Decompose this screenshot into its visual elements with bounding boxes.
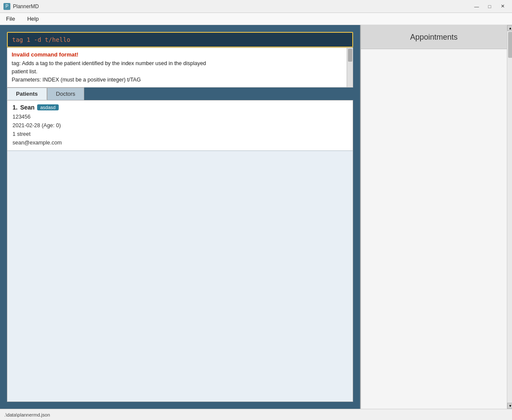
menu-bar: File Help	[0, 13, 512, 25]
title-bar: P PlannerMD — □ ✕	[0, 0, 512, 13]
right-scrollbar[interactable]: ▲ ▼	[507, 25, 512, 409]
appointments-main: Appointments	[361, 25, 507, 409]
patient-address: 1 street	[13, 130, 348, 138]
result-line-0: tag: Adds a tag to the patient identifie…	[12, 60, 206, 66]
right-panel: Appointments ▲ ▼	[360, 25, 512, 409]
title-bar-controls: — □ ✕	[471, 2, 509, 11]
table-row: 1. Sean asdasd 123456 2021-02-28 (Age: 0…	[7, 100, 353, 151]
title-bar-left: P PlannerMD	[3, 3, 39, 10]
result-box: Invalid command format! tag: Adds a tag …	[7, 47, 353, 88]
patient-tag: asdasd	[37, 104, 58, 110]
right-panel-inner: Appointments ▲ ▼	[361, 25, 512, 409]
result-error: Invalid command format!	[12, 51, 348, 58]
scrollbar-down-arrow[interactable]: ▼	[507, 403, 512, 409]
menu-help[interactable]: Help	[25, 15, 41, 23]
tab-bar: Patients Doctors	[7, 88, 353, 100]
tabs-and-list: Patients Doctors 1. Sean asdasd 123456 2…	[7, 88, 353, 402]
app-icon: P	[3, 3, 10, 10]
list-panel: 1. Sean asdasd 123456 2021-02-28 (Age: 0…	[7, 100, 353, 402]
result-line-1: patient list.	[12, 69, 38, 75]
scrollbar-up-arrow[interactable]: ▲	[507, 25, 512, 31]
scrollbar-thumb	[508, 32, 512, 58]
result-scroll-thumb	[348, 49, 352, 62]
status-path: .\data\plannermd.json	[4, 412, 50, 417]
appointments-header: Appointments	[361, 25, 507, 49]
patient-index: 1.	[13, 104, 18, 111]
tab-doctors[interactable]: Doctors	[47, 88, 85, 100]
menu-file[interactable]: File	[3, 15, 18, 23]
left-panel: Invalid command format! tag: Adds a tag …	[0, 25, 360, 409]
maximize-button[interactable]: □	[484, 2, 496, 11]
result-body: tag: Adds a tag to the patient identifie…	[12, 60, 348, 84]
close-button[interactable]: ✕	[496, 2, 509, 11]
app-body: Invalid command format! tag: Adds a tag …	[0, 25, 512, 409]
command-input-wrap	[7, 32, 353, 47]
scrollbar-track	[507, 31, 512, 403]
title-bar-title: PlannerMD	[13, 3, 39, 9]
patient-name: Sean	[20, 104, 35, 111]
result-line-2: Parameters: INDEX (must be a positive in…	[12, 77, 141, 83]
patient-dob: 2021-02-28 (Age: 0)	[13, 121, 348, 130]
tab-patients[interactable]: Patients	[7, 88, 47, 100]
result-scrollbar[interactable]	[347, 48, 353, 87]
patient-phone: 123456	[13, 113, 348, 121]
patient-name-row: 1. Sean asdasd	[13, 104, 348, 111]
status-bar: .\data\plannermd.json	[0, 409, 512, 420]
command-input[interactable]	[8, 33, 352, 47]
left-content: Invalid command format! tag: Adds a tag …	[7, 32, 353, 402]
minimize-button[interactable]: —	[471, 2, 483, 11]
appointments-body	[361, 49, 507, 409]
patient-email: sean@example.com	[13, 138, 348, 147]
